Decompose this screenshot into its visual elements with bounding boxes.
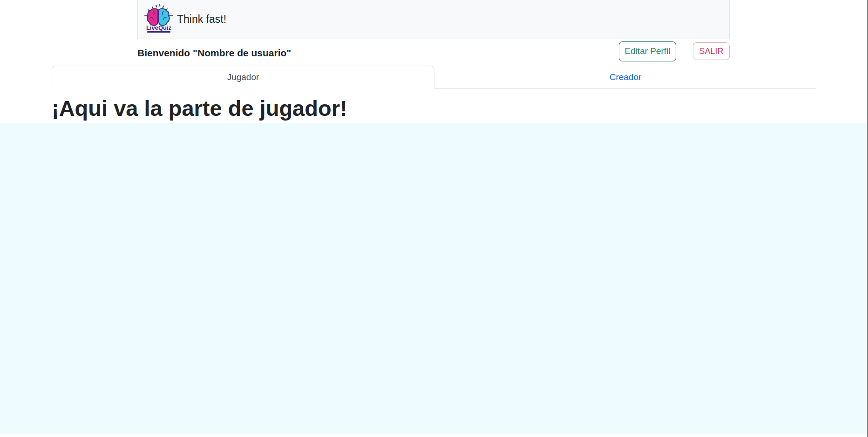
account-actions: Editar Perfil SALIR	[619, 39, 730, 63]
livequiz-logo[interactable]: LiveQuiz	[143, 3, 174, 33]
tab-jugador[interactable]: Jugador	[52, 66, 434, 89]
app-tagline: Think fast!	[177, 13, 226, 26]
player-panel	[0, 123, 868, 434]
brand-header: LiveQuiz Think fast!	[137, 0, 730, 39]
edit-profile-button[interactable]: Editar Perfil	[619, 41, 676, 61]
brand-name: LiveQuiz	[146, 24, 172, 31]
welcome-message: Bienvenido "Nombre de usuario"	[137, 47, 291, 59]
tab-creador[interactable]: Creador	[434, 66, 816, 89]
page-title: ¡Aqui va la parte de jugador!	[52, 95, 347, 121]
brain-logo-icon: LiveQuiz	[143, 3, 174, 33]
logout-button[interactable]: SALIR	[693, 42, 730, 60]
main-tab-bar: Jugador Creador	[52, 66, 816, 89]
user-bar: Bienvenido "Nombre de usuario" Editar Pe…	[137, 39, 730, 63]
